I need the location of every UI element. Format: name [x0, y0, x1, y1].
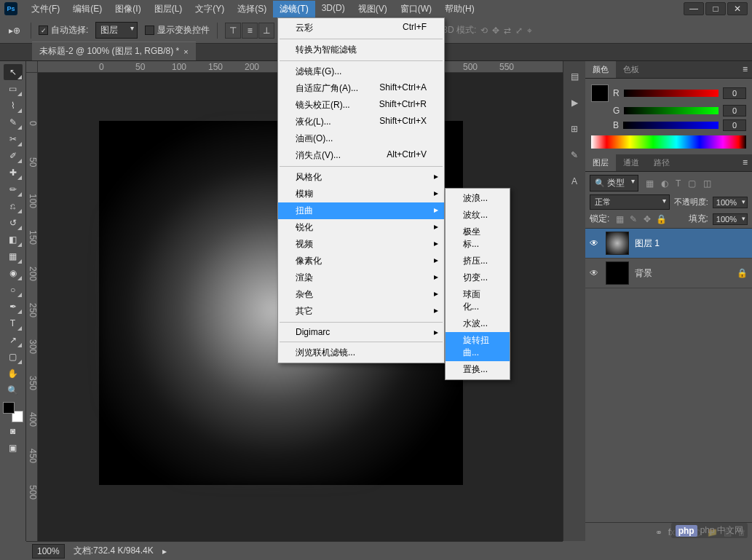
menu-item[interactable]: 视频▸: [278, 236, 444, 253]
lock-position-icon[interactable]: ✥: [641, 213, 653, 225]
menu-item[interactable]: 滤镜库(G)...: [278, 63, 444, 80]
scale-icon[interactable]: ⤢: [515, 25, 523, 36]
menu-选择[interactable]: 选择(S): [231, 1, 273, 17]
menu-滤镜[interactable]: 滤镜(T): [273, 1, 314, 17]
submenu-item[interactable]: 挤压...: [446, 253, 510, 269]
menu-文件[interactable]: 文件(F): [25, 1, 66, 17]
properties-panel-icon[interactable]: ⊞: [566, 121, 582, 137]
layer-filter-dropdown[interactable]: 🔍 类型: [590, 175, 638, 192]
menu-item[interactable]: 杂色▸: [278, 286, 444, 303]
layer-row[interactable]: 👁背景🔒: [585, 259, 752, 288]
crop-tool[interactable]: ✂: [4, 131, 23, 147]
orbit-icon[interactable]: ⟲: [480, 25, 488, 36]
auto-select-checkbox[interactable]: ✓ 自动选择:: [39, 24, 88, 36]
menu-item[interactable]: 风格化▸: [278, 169, 444, 186]
actions-panel-icon[interactable]: ▶: [566, 95, 582, 111]
auto-select-target-dropdown[interactable]: 图层: [95, 22, 138, 39]
menu-item[interactable]: 油画(O)...: [278, 130, 444, 147]
close-button[interactable]: ✕: [727, 2, 748, 15]
menu-item[interactable]: 云彩Ctrl+F: [278, 20, 444, 36]
minimize-button[interactable]: —: [684, 2, 704, 15]
panel-menu-icon[interactable]: ≡: [738, 154, 752, 171]
opacity-field[interactable]: 100%: [713, 197, 748, 208]
blend-mode-dropdown[interactable]: 正常: [590, 194, 670, 210]
b-slider[interactable]: [623, 122, 719, 129]
filter-pixel-icon[interactable]: ▦: [646, 178, 654, 189]
r-value[interactable]: 0: [723, 87, 746, 99]
submenu-item[interactable]: 旋转扭曲...: [446, 332, 510, 361]
menu-item[interactable]: 扭曲▸: [278, 202, 444, 219]
eraser-tool[interactable]: ◧: [4, 232, 23, 248]
dodge-tool[interactable]: ○: [4, 282, 23, 298]
submenu-item[interactable]: 切变...: [446, 269, 510, 286]
g-value[interactable]: 0: [723, 105, 746, 117]
stamp-tool[interactable]: ⎌: [4, 198, 23, 214]
tab-paths[interactable]: 路径: [646, 154, 677, 171]
eyedropper-tool[interactable]: ✐: [4, 148, 23, 164]
lock-pixels-icon[interactable]: ✎: [628, 213, 639, 225]
menu-item[interactable]: 模糊▸: [278, 186, 444, 202]
menu-编辑[interactable]: 编辑(E): [66, 1, 108, 17]
character-panel-icon[interactable]: A: [566, 173, 582, 189]
filter-adjust-icon[interactable]: ◐: [661, 178, 668, 189]
menu-item[interactable]: 镜头校正(R)...Shift+Ctrl+R: [278, 97, 444, 114]
filter-shape-icon[interactable]: ▢: [688, 178, 696, 189]
layer-row[interactable]: 👁图层 1: [585, 229, 752, 259]
history-brush-tool[interactable]: ↺: [4, 215, 23, 231]
fill-field[interactable]: 100%: [713, 213, 748, 225]
zoom-field[interactable]: 100%: [32, 544, 65, 559]
menu-item[interactable]: 自适应广角(A)...Shift+Ctrl+A: [278, 80, 444, 97]
menu-3d[interactable]: 3D(D): [315, 1, 352, 17]
zoom-tool[interactable]: 🔍: [4, 382, 23, 398]
pen-tool[interactable]: ✒: [4, 299, 23, 315]
submenu-item[interactable]: 水波...: [446, 315, 510, 332]
panel-menu-icon[interactable]: ≡: [738, 61, 752, 78]
menu-图层[interactable]: 图层(L): [148, 1, 189, 17]
gradient-tool[interactable]: ▦: [4, 248, 23, 264]
align-bottom-icon[interactable]: ⊥: [258, 23, 274, 39]
close-tab-icon[interactable]: ×: [183, 47, 188, 56]
brushes-panel-icon[interactable]: ✎: [566, 147, 582, 163]
visibility-icon[interactable]: 👁: [590, 238, 600, 248]
slide-icon[interactable]: ⇄: [504, 25, 511, 36]
menu-item[interactable]: 锐化▸: [278, 219, 444, 236]
submenu-item[interactable]: 球面化...: [446, 286, 510, 315]
filter-smart-icon[interactable]: ◫: [703, 178, 711, 189]
menu-item[interactable]: 液化(L)...Shift+Ctrl+X: [278, 114, 444, 130]
tab-channels[interactable]: 通道: [616, 154, 646, 171]
tab-swatches[interactable]: 色板: [616, 61, 646, 78]
pan-icon[interactable]: ✥: [492, 25, 499, 36]
filter-type-icon[interactable]: T: [676, 178, 681, 189]
menu-item[interactable]: Digimarc▸: [278, 325, 444, 339]
foreground-swatch[interactable]: [3, 402, 15, 414]
menu-item[interactable]: 转换为智能滤镜: [278, 42, 444, 58]
link-layers-icon[interactable]: ⚭: [655, 527, 662, 537]
tab-color[interactable]: 颜色: [585, 61, 616, 78]
color-swatches[interactable]: [3, 402, 23, 422]
status-arrow-icon[interactable]: ▸: [162, 546, 167, 556]
history-panel-icon[interactable]: ▤: [566, 68, 582, 84]
menu-item[interactable]: 浏览联机滤镜...: [278, 344, 444, 361]
document-tab[interactable]: 未标题-2 @ 100% (图层 1, RGB/8) * ×: [32, 42, 196, 60]
menu-item[interactable]: 消失点(V)...Alt+Ctrl+V: [278, 147, 444, 164]
align-top-icon[interactable]: ⊤: [225, 23, 241, 39]
menu-窗口[interactable]: 窗口(W): [394, 1, 438, 17]
brush-tool[interactable]: ✏: [4, 181, 23, 197]
visibility-icon[interactable]: 👁: [590, 268, 600, 278]
quick-select-tool[interactable]: ✎: [4, 114, 23, 130]
show-transform-checkbox[interactable]: 显示变换控件: [145, 24, 210, 36]
menu-帮助[interactable]: 帮助(H): [438, 1, 481, 17]
move-tool[interactable]: ↖: [4, 64, 23, 80]
submenu-item[interactable]: 极坐标...: [446, 224, 510, 253]
r-slider[interactable]: [624, 90, 719, 97]
submenu-item[interactable]: 置换...: [446, 361, 510, 378]
layer-thumbnail[interactable]: [606, 232, 629, 255]
quickmask-tool[interactable]: ◙: [4, 423, 23, 439]
menu-item[interactable]: 渲染▸: [278, 269, 444, 286]
submenu-item[interactable]: 波纹...: [446, 207, 510, 224]
hand-tool[interactable]: ✋: [4, 366, 23, 382]
shape-tool[interactable]: ▢: [4, 349, 23, 365]
healing-tool[interactable]: ✚: [4, 165, 23, 181]
blur-tool[interactable]: ◉: [4, 265, 23, 281]
lock-all-icon[interactable]: 🔒: [655, 213, 667, 225]
